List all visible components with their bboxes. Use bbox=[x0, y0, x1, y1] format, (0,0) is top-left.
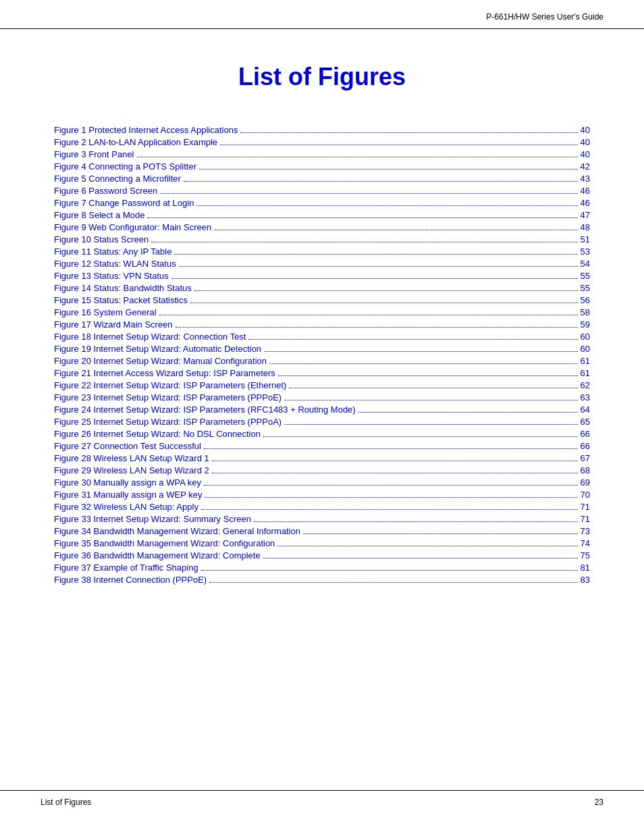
toc-item: Figure 16 System General58 bbox=[54, 307, 590, 317]
toc-link[interactable]: Figure 37 Example of Traffic Shaping bbox=[54, 563, 198, 573]
toc-dots bbox=[196, 205, 577, 206]
footer-right: 23 bbox=[595, 798, 603, 807]
toc-link[interactable]: Figure 12 Status: WLAN Status bbox=[54, 259, 176, 269]
toc-item: Figure 17 Wizard Main Screen59 bbox=[54, 319, 590, 330]
toc-page-number: 56 bbox=[581, 295, 590, 305]
toc-page-number: 81 bbox=[581, 563, 590, 573]
toc-dots bbox=[263, 436, 578, 437]
toc-page-number: 83 bbox=[581, 575, 590, 585]
toc-link[interactable]: Figure 3 Front Panel bbox=[54, 149, 134, 159]
toc-dots bbox=[205, 497, 577, 498]
toc-item: Figure 12 Status: WLAN Status54 bbox=[54, 259, 590, 269]
toc-dots bbox=[184, 181, 578, 182]
toc-link[interactable]: Figure 29 Wireless LAN Setup Wizard 2 bbox=[54, 465, 209, 475]
toc-dots bbox=[174, 254, 577, 255]
toc-link[interactable]: Figure 14 Status: Bandwidth Status bbox=[54, 283, 192, 293]
toc-dots bbox=[159, 315, 578, 315]
toc-link[interactable]: Figure 2 LAN-to-LAN Application Example bbox=[54, 137, 217, 147]
toc-item: Figure 22 Internet Setup Wizard: ISP Par… bbox=[54, 380, 590, 390]
toc-link[interactable]: Figure 21 Internet Access Wizard Setup: … bbox=[54, 368, 275, 378]
toc-page-number: 67 bbox=[581, 453, 590, 463]
toc-item: Figure 34 Bandwidth Management Wizard: G… bbox=[54, 526, 590, 536]
toc-item: Figure 9 Web Configurator: Main Screen48 bbox=[54, 222, 590, 232]
toc-dots bbox=[171, 278, 578, 279]
toc-link[interactable]: Figure 11 Status: Any IP Table bbox=[54, 246, 171, 257]
toc-link[interactable]: Figure 32 Wireless LAN Setup: Apply bbox=[54, 502, 198, 512]
toc-page-number: 71 bbox=[581, 514, 590, 524]
toc-dots bbox=[194, 290, 578, 291]
toc-link[interactable]: Figure 25 Internet Setup Wizard: ISP Par… bbox=[54, 417, 281, 427]
toc-link[interactable]: Figure 19 Internet Setup Wizard: Automat… bbox=[54, 344, 261, 354]
toc-item: Figure 2 LAN-to-LAN Application Example4… bbox=[54, 137, 590, 147]
toc-link[interactable]: Figure 28 Wireless LAN Setup Wizard 1 bbox=[54, 453, 209, 463]
toc-link[interactable]: Figure 23 Internet Setup Wizard: ISP Par… bbox=[54, 392, 281, 402]
toc-link[interactable]: Figure 38 Internet Connection (PPPoE) bbox=[54, 575, 207, 585]
toc-dots bbox=[278, 375, 578, 376]
toc-dots bbox=[137, 157, 578, 157]
toc-dots bbox=[254, 521, 578, 522]
toc-link[interactable]: Figure 31 Manually assign a WEP key bbox=[54, 490, 202, 500]
toc-dots bbox=[204, 448, 578, 449]
toc-page-number: 61 bbox=[581, 356, 590, 366]
toc-link[interactable]: Figure 8 Select a Mode bbox=[54, 210, 144, 220]
toc-link[interactable]: Figure 6 Password Screen bbox=[54, 186, 157, 196]
toc-page-number: 40 bbox=[581, 137, 590, 147]
toc-link[interactable]: Figure 13 Status: VPN Status bbox=[54, 271, 169, 281]
toc-dots bbox=[269, 363, 577, 364]
toc-item: Figure 11 Status: Any IP Table53 bbox=[54, 246, 590, 257]
toc-page-number: 60 bbox=[581, 344, 590, 354]
page-title: List of Figures bbox=[54, 63, 590, 91]
toc-link[interactable]: Figure 35 Bandwidth Management Wizard: C… bbox=[54, 538, 275, 548]
toc-page-number: 46 bbox=[581, 198, 590, 208]
toc-link[interactable]: Figure 9 Web Configurator: Main Screen bbox=[54, 222, 211, 232]
toc-dots bbox=[176, 327, 578, 328]
toc-dots bbox=[212, 473, 578, 473]
toc-dots bbox=[199, 169, 578, 170]
toc-page-number: 58 bbox=[581, 307, 590, 317]
toc-page-number: 46 bbox=[581, 186, 590, 196]
toc-link[interactable]: Figure 33 Internet Setup Wizard: Summary… bbox=[54, 514, 251, 524]
toc-item: Figure 18 Internet Setup Wizard: Connect… bbox=[54, 332, 590, 342]
header-title: P-661H/HW Series User's Guide bbox=[486, 12, 603, 22]
toc-link[interactable]: Figure 17 Wizard Main Screen bbox=[54, 319, 173, 330]
toc-page-number: 75 bbox=[581, 550, 590, 561]
toc-item: Figure 19 Internet Setup Wizard: Automat… bbox=[54, 344, 590, 354]
toc-item: Figure 30 Manually assign a WPA key69 bbox=[54, 477, 590, 488]
toc-item: Figure 26 Internet Setup Wizard: No DSL … bbox=[54, 429, 590, 439]
toc-dots bbox=[284, 400, 577, 400]
toc-item: Figure 10 Status Screen51 bbox=[54, 234, 590, 244]
toc-page-number: 65 bbox=[581, 417, 590, 427]
toc-page-number: 43 bbox=[581, 174, 590, 184]
toc-link[interactable]: Figure 30 Manually assign a WPA key bbox=[54, 477, 201, 488]
toc-item: Figure 27 Connection Test Successful66 bbox=[54, 441, 590, 451]
toc-link[interactable]: Figure 4 Connecting a POTS Splitter bbox=[54, 161, 196, 172]
toc-item: Figure 28 Wireless LAN Setup Wizard 167 bbox=[54, 453, 590, 463]
toc-link[interactable]: Figure 1 Protected Internet Access Appli… bbox=[54, 125, 238, 135]
toc-link[interactable]: Figure 5 Connecting a Microfilter bbox=[54, 174, 181, 184]
toc-item: Figure 25 Internet Setup Wizard: ISP Par… bbox=[54, 417, 590, 427]
toc-page-number: 74 bbox=[581, 538, 590, 548]
toc-link[interactable]: Figure 20 Internet Setup Wizard: Manual … bbox=[54, 356, 267, 366]
toc-link[interactable]: Figure 26 Internet Setup Wizard: No DSL … bbox=[54, 429, 261, 439]
toc-item: Figure 36 Bandwidth Management Wizard: C… bbox=[54, 550, 590, 561]
toc-page-number: 66 bbox=[581, 441, 590, 451]
toc-item: Figure 32 Wireless LAN Setup: Apply71 bbox=[54, 502, 590, 512]
toc-item: Figure 5 Connecting a Microfilter43 bbox=[54, 174, 590, 184]
toc-page-number: 63 bbox=[581, 392, 590, 402]
toc-link[interactable]: Figure 24 Internet Setup Wizard: ISP Par… bbox=[54, 405, 356, 415]
toc-page-number: 55 bbox=[581, 283, 590, 293]
page-header: P-661H/HW Series User's Guide bbox=[0, 0, 644, 29]
toc-item: Figure 14 Status: Bandwidth Status55 bbox=[54, 283, 590, 293]
toc-link[interactable]: Figure 7 Change Password at Login bbox=[54, 198, 194, 208]
toc-link[interactable]: Figure 16 System General bbox=[54, 307, 157, 317]
toc-link[interactable]: Figure 18 Internet Setup Wizard: Connect… bbox=[54, 332, 246, 342]
toc-link[interactable]: Figure 10 Status Screen bbox=[54, 234, 149, 244]
toc-link[interactable]: Figure 36 Bandwidth Management Wizard: C… bbox=[54, 550, 261, 561]
toc-link[interactable]: Figure 27 Connection Test Successful bbox=[54, 441, 201, 451]
toc-link[interactable]: Figure 15 Status: Packet Statistics bbox=[54, 295, 188, 305]
toc-page-number: 48 bbox=[581, 222, 590, 232]
toc-link[interactable]: Figure 34 Bandwidth Management Wizard: G… bbox=[54, 526, 300, 536]
toc-link[interactable]: Figure 22 Internet Setup Wizard: ISP Par… bbox=[54, 380, 286, 390]
toc-item: Figure 21 Internet Access Wizard Setup: … bbox=[54, 368, 590, 378]
toc-dots bbox=[220, 145, 577, 145]
